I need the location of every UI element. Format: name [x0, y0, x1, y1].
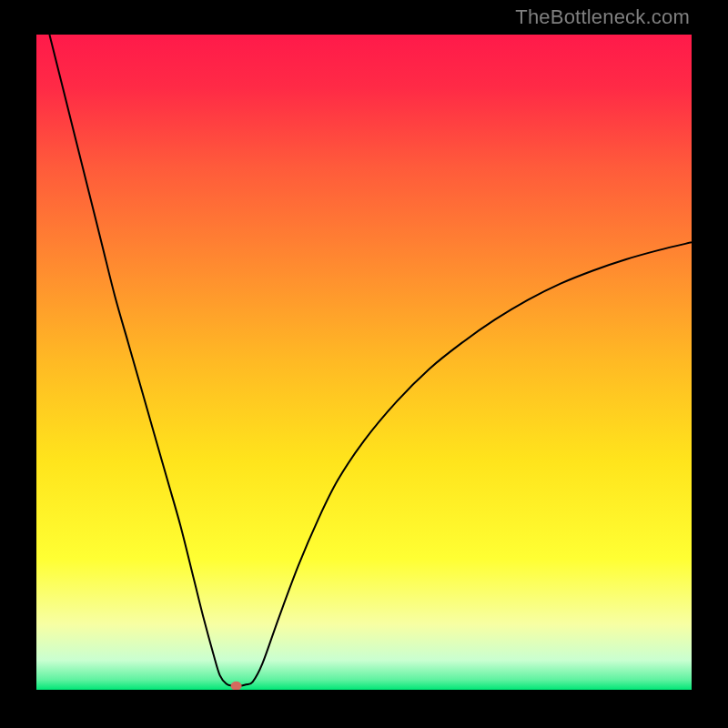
- chart-frame: TheBottleneck.com: [0, 0, 728, 728]
- chart-plot: [36, 35, 692, 690]
- watermark-text: TheBottleneck.com: [515, 5, 690, 29]
